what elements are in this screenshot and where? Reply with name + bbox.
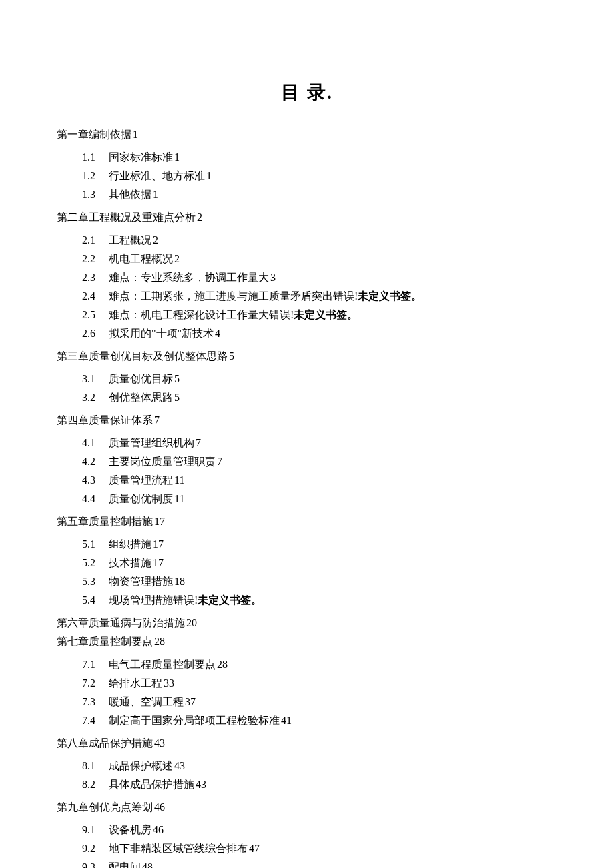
toc-section-entry[interactable]: 5.4现场管理措施错误!未定义书签。 [82, 591, 557, 610]
toc-section-page: 1 [174, 151, 180, 163]
toc-section-entry[interactable]: 7.4制定高于国家分局部项工程检验标准41 [82, 711, 557, 730]
toc-section-entry[interactable]: 5.2技术措施17 [82, 554, 557, 572]
toc-section-page: 11 [174, 474, 184, 486]
toc-section-number: 7.3 [82, 693, 102, 711]
toc-section-number: 5.3 [82, 572, 102, 591]
toc-chapter-page: 2 [197, 211, 202, 223]
toc-section-entry[interactable]: 1.2行业标准、地方标准1 [82, 167, 557, 185]
toc-section-entry[interactable]: 2.1工程概况2 [82, 231, 557, 250]
toc-section-number: 4.4 [82, 490, 102, 508]
toc-section-label: 给排水工程 [109, 677, 162, 689]
toc-section-page: 4 [215, 328, 220, 339]
toc-section-label: 其他依据 [109, 189, 151, 200]
toc-chapter-entry[interactable]: 第八章成品保护措施43 [57, 734, 557, 753]
toc-section-label: 质量创优制度 [109, 493, 173, 504]
toc-error-text: 未定义书签。 [358, 290, 422, 302]
toc-section-label: 质量管理流程 [109, 474, 173, 486]
toc-section-page: 17 [153, 538, 164, 550]
toc-section-label: 难点：专业系统多，协调工作量大 [109, 272, 269, 283]
toc-section-number: 2.4 [82, 287, 102, 306]
toc-section-number: 9.3 [82, 858, 102, 868]
toc-section-page: 17 [153, 557, 164, 568]
toc-section-group: 2.1工程概况22.2机电工程概况22.3难点：专业系统多，协调工作量大32.4… [57, 231, 557, 343]
toc-chapter-entry[interactable]: 第九章创优亮点筹划46 [57, 798, 557, 817]
toc-chapter-label: 第七章质量控制要点 [57, 636, 153, 647]
toc-chapter-entry[interactable]: 第二章工程概况及重难点分析2 [57, 208, 557, 227]
toc-section-entry[interactable]: 7.3暖通、空调工程37 [82, 693, 557, 711]
toc-section-entry[interactable]: 2.4难点：工期紧张，施工进度与施工质量矛盾突出错误!未定义书签。 [82, 287, 557, 306]
toc-section-label: 质量管理组织机构 [109, 437, 194, 448]
toc-section-number: 5.1 [82, 535, 102, 554]
toc-section-entry[interactable]: 2.3难点：专业系统多，协调工作量大3 [82, 268, 557, 287]
toc-section-entry[interactable]: 3.2创优整体思路5 [82, 388, 557, 407]
toc-chapter-label: 第三章质量创优目标及创优整体思路 [57, 350, 228, 362]
toc-section-entry[interactable]: 2.5难点：机电工程深化设计工作量大错误!未定义书签。 [82, 306, 557, 324]
toc-chapter-entry[interactable]: 第七章质量控制要点28 [57, 632, 557, 651]
toc-chapter-page: 43 [154, 737, 165, 749]
toc-section-entry[interactable]: 7.2给排水工程33 [82, 674, 557, 693]
toc-section-page: 28 [217, 659, 228, 670]
toc-section-entry[interactable]: 1.3其他依据1 [82, 185, 557, 204]
toc-section-group: 3.1质量创优目标53.2创优整体思路5 [57, 370, 557, 407]
toc-section-label: 组织措施 [109, 538, 151, 550]
toc-section-label: 工程概况 [109, 234, 151, 246]
toc-chapter-page: 17 [154, 516, 165, 527]
toc-section-page: 2 [174, 253, 180, 264]
toc-section-page: 43 [174, 760, 185, 771]
toc-section-page: 43 [196, 779, 206, 790]
toc-section-label: 机电工程概况 [109, 253, 173, 264]
toc-section-entry[interactable]: 4.1质量管理组织机构7 [82, 434, 557, 452]
toc-section-entry[interactable]: 4.4质量创优制度11 [82, 490, 557, 508]
toc-chapter-entry[interactable]: 第一章编制依据1 [57, 125, 557, 144]
toc-section-label: 电气工程质量控制要点 [109, 659, 216, 670]
toc-chapter-label: 第九章创优亮点筹划 [57, 801, 153, 813]
toc-error-prefix: 错误! [333, 290, 358, 302]
toc-section-page: 1 [153, 189, 158, 200]
toc-chapter-page: 28 [154, 636, 165, 647]
toc-title: 目 录. [57, 80, 557, 105]
toc-chapter-entry[interactable]: 第五章质量控制措施17 [57, 512, 557, 531]
toc-error-prefix: 错误! [173, 594, 198, 606]
toc-section-page: 5 [174, 373, 180, 384]
toc-error-text: 未定义书签。 [294, 309, 358, 320]
toc-section-entry[interactable]: 8.2具体成品保护措施43 [82, 775, 557, 794]
toc-section-entry[interactable]: 1.1国家标准标准1 [82, 148, 557, 167]
toc-section-group: 7.1电气工程质量控制要点287.2给排水工程337.3暖通、空调工程377.4… [57, 655, 557, 730]
toc-section-number: 7.2 [82, 674, 102, 693]
toc-section-entry[interactable]: 2.2机电工程概况2 [82, 250, 557, 268]
toc-section-entry[interactable]: 3.1质量创优目标5 [82, 370, 557, 388]
toc-section-entry[interactable]: 9.2地下非精装区域管线综合排布47 [82, 839, 557, 858]
toc-section-number: 3.1 [82, 370, 102, 388]
document-page: 目 录. 第一章编制依据11.1国家标准标准11.2行业标准、地方标准11.3其… [0, 0, 614, 868]
toc-chapter-entry[interactable]: 第三章质量创优目标及创优整体思路5 [57, 347, 557, 366]
toc-chapter-label: 第二章工程概况及重难点分析 [57, 211, 196, 223]
toc-section-entry[interactable]: 5.1组织措施17 [82, 535, 557, 554]
toc-section-page: 5 [174, 392, 180, 403]
toc-section-page: 11 [174, 493, 184, 504]
toc-section-number: 8.2 [82, 775, 102, 794]
toc-section-group: 8.1成品保护概述438.2具体成品保护措施43 [57, 757, 557, 794]
toc-section-entry[interactable]: 2.6拟采用的"十项"新技术4 [82, 324, 557, 343]
toc-section-label: 难点：机电工程深化设计工作量大 [109, 309, 269, 320]
toc-section-entry[interactable]: 5.3物资管理措施18 [82, 572, 557, 591]
toc-section-page: 7 [217, 456, 222, 467]
toc-section-label: 制定高于国家分局部项工程检验标准 [109, 715, 280, 726]
toc-section-entry[interactable]: 4.3质量管理流程11 [82, 471, 557, 490]
toc-section-page: 41 [281, 715, 292, 726]
toc-section-entry[interactable]: 8.1成品保护概述43 [82, 757, 557, 775]
toc-section-entry[interactable]: 7.1电气工程质量控制要点28 [82, 655, 557, 674]
toc-section-entry[interactable]: 9.3配电间48 [82, 858, 557, 868]
toc-chapter-entry[interactable]: 第四章质量保证体系7 [57, 411, 557, 430]
toc-section-page: 46 [153, 824, 164, 835]
toc-chapter-entry[interactable]: 第六章质量通病与防治措施20 [57, 614, 557, 632]
toc-section-entry[interactable]: 4.2主要岗位质量管理职责7 [82, 452, 557, 471]
toc-section-group: 5.1组织措施175.2技术措施175.3物资管理措施185.4现场管理措施错误… [57, 535, 557, 610]
toc-chapter-page: 1 [133, 129, 138, 140]
toc-section-label: 现场管理措施 [109, 594, 173, 606]
toc-chapter-page: 20 [186, 617, 197, 628]
toc-section-label: 技术措施 [109, 557, 151, 568]
toc-section-number: 2.5 [82, 306, 102, 324]
toc-section-group: 4.1质量管理组织机构74.2主要岗位质量管理职责74.3质量管理流程114.4… [57, 434, 557, 508]
toc-section-entry[interactable]: 9.1设备机房46 [82, 821, 557, 839]
toc-section-page: 18 [174, 576, 185, 587]
